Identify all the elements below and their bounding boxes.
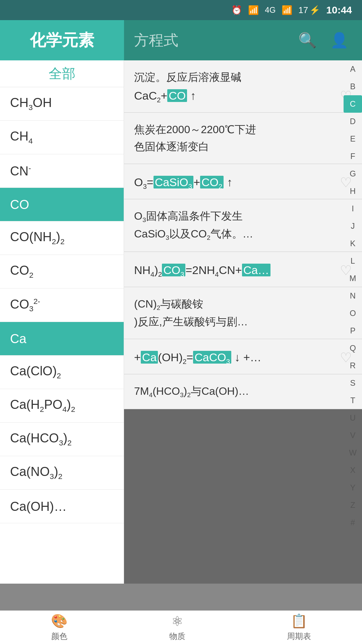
status-bar: ⏰ 📶 4G 📶 17 ⚡ 10:44 [0,0,362,20]
alpha-V[interactable]: V [344,427,362,444]
network-bars-icon: 📶 [282,5,292,15]
element-item[interactable]: Ca(H2PO4)2 [0,389,124,423]
alpha-D[interactable]: D [344,113,362,130]
alpha-U[interactable]: U [344,409,362,427]
alpha-T[interactable]: T [344,392,362,409]
equation-row: NH4)2CO3=2NH4CN+Ca… ♡ [134,264,352,278]
periodic-icon: 📋 [291,613,307,629]
alpha-N[interactable]: N [344,287,362,305]
header-icons: 🔍 👤 [298,32,349,49]
element-item-ca[interactable]: Ca [0,322,124,356]
alpha-B[interactable]: B [344,78,362,95]
nav-matter[interactable]: ⚛ 物质 [169,613,185,642]
alpha-O[interactable]: O [344,305,362,322]
nav-periodic[interactable]: 📋 周期表 [287,613,311,642]
app-header: 化学元素 方程式 🔍 👤 [0,20,362,60]
highlight-co3: CO3 [162,264,185,276]
element-label: Ca(H2PO4)2 [10,398,75,413]
element-label: CO [10,198,29,211]
profile-icon[interactable]: 👤 [330,32,349,49]
color-icon: 🎨 [51,613,68,629]
alpha-L[interactable]: L [344,252,362,270]
alpha-Q[interactable]: Q [344,339,362,357]
equation-row: CaC2+CO ↑ ♡ [134,89,352,104]
alpha-W[interactable]: W [344,444,362,462]
equation-row: +Ca(OH)2=CaCO3 ↓ +… ♡ [134,351,352,366]
card-text: 焦炭在2000～2200℃下进色固体逐渐变白 [134,121,352,155]
content-panel: 沉淀。反应后溶液显碱 CaC2+CO ↑ ♡ 焦炭在2000～2200℃下进色固… [124,60,362,584]
card-text: (CN)2与碳酸铵)反应,产生碳酸钙与剧… [134,296,352,330]
element-item[interactable]: CH4 [0,121,124,154]
element-item[interactable]: CN- [0,154,124,188]
alpha-I[interactable]: I [344,200,362,217]
highlight-co: CO [167,89,187,102]
alpha-C[interactable]: C [344,95,362,113]
element-item-co[interactable]: CO [0,188,124,221]
alpha-X[interactable]: X [344,462,362,479]
wifi-icon: 📶 [248,5,259,15]
highlight-caco3: CaCO3 [193,351,231,364]
alphabet-index: A B C D E F G H I J K L M N O P Q R S T … [344,60,362,531]
content-card: +Ca(OH)2=CaCO3 ↓ +… ♡ [124,339,362,374]
search-icon[interactable]: 🔍 [298,32,317,49]
card-text: 7M4(HCO3)2与Ca(OH)… [134,383,352,400]
element-item[interactable]: CO32- [0,288,124,322]
alpha-P[interactable]: P [344,322,362,339]
nav-color[interactable]: 🎨 颜色 [51,613,68,642]
element-item[interactable]: Ca(HCO3)2 [0,423,124,456]
element-item[interactable]: Ca(OH)… [0,490,124,523]
element-label: CO2 [10,264,34,279]
equation-text: NH4)2CO3=2NH4CN+Ca… [134,264,270,278]
content-card: 沉淀。反应后溶液显碱 CaC2+CO ↑ ♡ [124,60,362,113]
card-text: O3固体高温条件下发生CaSiO3以及CO2气体。… [134,208,352,243]
periodic-label: 周期表 [287,631,311,642]
equation-text: CaC2+CO ↑ [134,89,196,104]
element-item[interactable]: CO(NH2)2 [0,221,124,255]
element-item[interactable]: CO2 [0,255,124,288]
card-text: 沉淀。反应后溶液显碱 [134,69,352,86]
equation-text: +Ca(OH)2=CaCO3 ↓ +… [134,351,261,366]
element-label: CH4 [10,130,33,145]
alarm-icon: ⏰ [231,5,242,15]
alpha-H[interactable]: H [344,182,362,200]
alpha-K[interactable]: K [344,235,362,252]
alpha-hash[interactable]: # [344,514,362,531]
alpha-E[interactable]: E [344,130,362,148]
element-label: CH3OH [10,96,52,111]
element-item[interactable]: Ca(NO3)2 [0,456,124,490]
main-content: 全部 CH3OH CH4 CN- CO CO(NH2)2 CO2 CO32- C… [0,60,362,584]
highlight-casio3: CaSiO3 [154,176,193,189]
alpha-S[interactable]: S [344,374,362,392]
signal-icon: 4G [265,5,276,15]
filter-all[interactable]: 全部 [0,60,124,87]
status-time: 10:44 [326,4,352,16]
header-left: 化学元素 [0,20,124,60]
element-list: 全部 CH3OH CH4 CN- CO CO(NH2)2 CO2 CO32- C… [0,60,124,584]
element-label: CO(NH2)2 [10,230,65,245]
element-label: Ca(ClO)2 [10,365,61,379]
alpha-F[interactable]: F [344,148,362,165]
element-item[interactable]: Ca(ClO)2 [0,356,124,389]
alpha-R[interactable]: R [344,357,362,374]
bottom-nav: 🎨 颜色 ⚛ 物质 📋 周期表 [0,610,362,644]
alpha-M[interactable]: M [344,270,362,287]
element-label: Ca(HCO3)2 [10,432,72,446]
battery-container: 17 ⚡ [298,5,320,15]
element-label: CO32- [10,298,40,313]
battery-icon: ⚡ [309,5,320,15]
header-right: 方程式 🔍 👤 [124,20,362,60]
element-item[interactable]: CH3OH [0,87,124,121]
matter-icon: ⚛ [171,613,183,629]
alpha-Y[interactable]: Y [344,479,362,496]
alpha-J[interactable]: J [344,217,362,235]
content-card: 焦炭在2000～2200℃下进色固体逐渐变白 [124,113,362,164]
alpha-G[interactable]: G [344,165,362,182]
color-label: 颜色 [51,631,67,642]
highlight-co2: CO2 [200,176,224,189]
alpha-Z[interactable]: Z [344,496,362,514]
alpha-A[interactable]: A [344,60,362,78]
highlight-ca: Ca… [242,264,270,276]
section-title: 方程式 [134,31,178,50]
element-label: Ca [10,332,26,345]
battery-level: 17 [298,5,308,15]
